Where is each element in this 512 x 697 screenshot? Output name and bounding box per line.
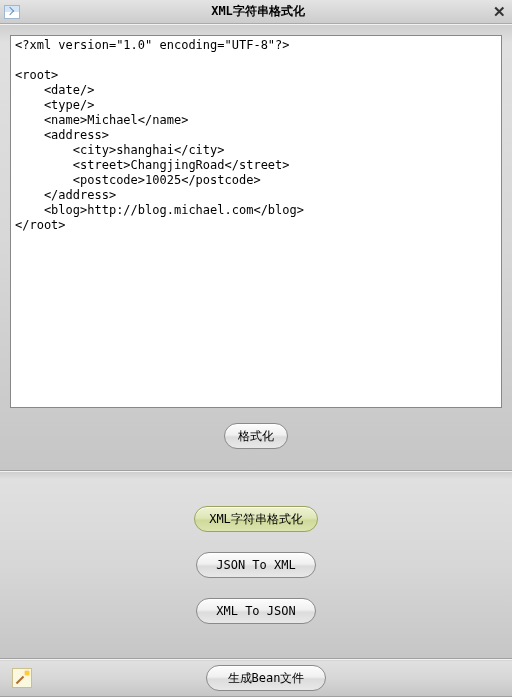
generate-bean-button[interactable]: 生成Bean文件	[206, 665, 326, 691]
conversion-panel: XML字符串格式化 JSON To XML XML To JSON	[0, 471, 512, 659]
xml-to-json-button[interactable]: XML To JSON	[196, 598, 316, 624]
window-title: XML字符串格式化	[26, 3, 490, 20]
close-button[interactable]: ✕	[490, 3, 508, 21]
app-icon	[4, 5, 20, 19]
titlebar: XML字符串格式化 ✕	[0, 0, 512, 24]
wand-icon[interactable]	[12, 668, 32, 688]
format-button[interactable]: 格式化	[224, 423, 288, 449]
bottom-panel: 生成Bean文件	[0, 659, 512, 697]
format-button-row: 格式化	[10, 411, 502, 449]
xml-textarea[interactable]	[10, 35, 502, 408]
bottom-center: 生成Bean文件	[32, 665, 500, 691]
editor-panel: 格式化	[0, 24, 512, 471]
xml-string-format-button[interactable]: XML字符串格式化	[194, 506, 318, 532]
json-to-xml-button[interactable]: JSON To XML	[196, 552, 316, 578]
